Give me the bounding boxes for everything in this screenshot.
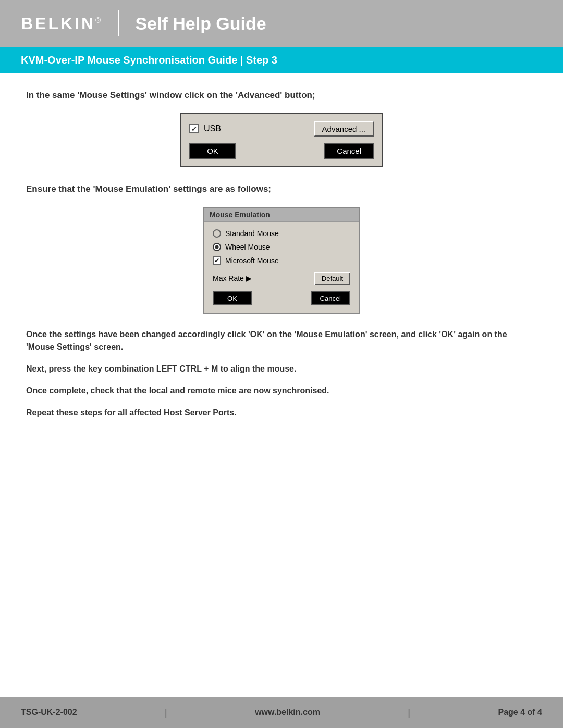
emulation-ok-button[interactable]: OK [213,291,252,305]
emulation-cancel-button[interactable]: Cancel [311,291,350,305]
mouse-settings-dialog: ✔ USB Advanced ... OK Cancel [180,113,383,167]
footer-divider-1: | [165,707,167,718]
mouse-settings-dialog-container: ✔ USB Advanced ... OK Cancel [26,113,537,167]
standard-mouse-radio[interactable] [213,229,221,238]
footer-center: www.belkin.com [255,708,320,717]
usb-checkbox[interactable]: ✔ [189,124,199,133]
header-title: Self Help Guide [135,14,266,34]
ok-button[interactable]: OK [189,143,236,159]
advanced-button[interactable]: Advanced ... [314,121,374,137]
standard-mouse-row: Standard Mouse [213,229,350,238]
page-header: BELKIN® Self Help Guide [0,0,563,47]
instruction-5: Once complete, check that the local and … [26,385,537,397]
wheel-mouse-label: Wheel Mouse [225,243,270,251]
usb-row: ✔ USB Advanced ... [189,121,374,137]
cancel-button[interactable]: Cancel [324,143,374,159]
max-rate-row: Max Rate ▶ Default [213,272,350,285]
wheel-mouse-row: Wheel Mouse [213,243,350,251]
mouse-emulation-dialog: Mouse Emulation Standard Mouse Wheel Mou… [203,207,360,314]
default-button[interactable]: Default [314,272,350,285]
emulation-titlebar: Mouse Emulation [204,208,359,222]
emulation-body: Standard Mouse Wheel Mouse ✔ Microsoft M… [204,222,359,313]
microsoft-mouse-label: Microsoft Mouse [225,256,279,265]
microsoft-mouse-checkbox[interactable]: ✔ [213,256,221,265]
step-banner: KVM-Over-IP Mouse Synchronisation Guide … [0,47,563,73]
instruction-3: Once the settings have been changed acco… [26,328,537,353]
footer-right: Page 4 of 4 [498,708,542,717]
microsoft-mouse-row: ✔ Microsoft Mouse [213,256,350,265]
instruction-6: Repeat these steps for all affected Host… [26,406,537,419]
page-footer: TSG-UK-2-002 | www.belkin.com | Page 4 o… [0,697,563,728]
main-content: In the same 'Mouse Settings' window clic… [0,73,563,697]
header-divider [118,10,119,36]
usb-label: USB [204,124,221,133]
wheel-mouse-radio[interactable] [213,243,221,251]
footer-left: TSG-UK-2-002 [21,708,77,717]
emulation-dialog-buttons: OK Cancel [213,291,350,305]
instruction-1: In the same 'Mouse Settings' window clic… [26,89,537,102]
instruction-2: Ensure that the 'Mouse Emulation' settin… [26,183,537,195]
instruction-4: Next, press the key combination LEFT CTR… [26,363,537,375]
step-banner-text: KVM-Over-IP Mouse Synchronisation Guide … [21,54,277,66]
belkin-logo: BELKIN® [21,14,103,33]
max-rate-label: Max Rate ▶ [213,274,252,282]
mouse-emulation-dialog-container: Mouse Emulation Standard Mouse Wheel Mou… [26,207,537,314]
usb-checkbox-row: ✔ USB [189,124,221,133]
dialog-buttons: OK Cancel [189,143,374,159]
footer-divider-2: | [408,707,410,718]
standard-mouse-label: Standard Mouse [225,229,279,238]
